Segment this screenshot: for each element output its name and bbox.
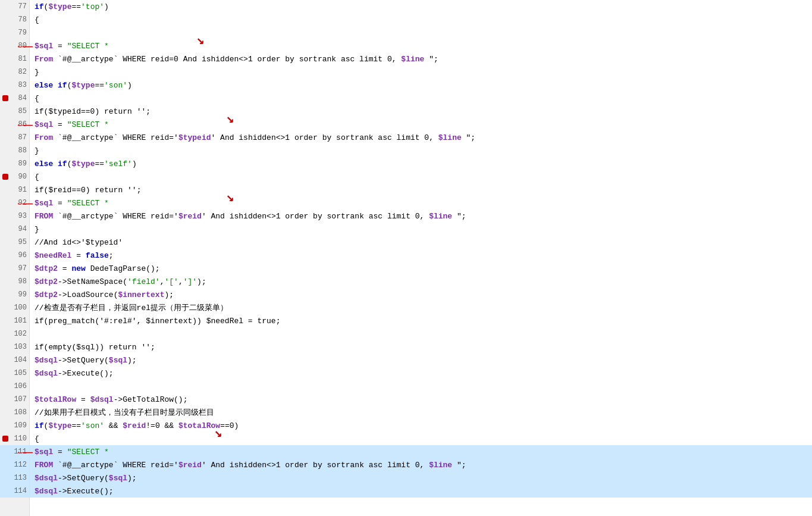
code-line: //检查是否有子栏目，并返回rel提示（用于二级菜单） (30, 301, 812, 314)
line-number-row: 92 (0, 196, 29, 209)
line-number: 93 (11, 209, 29, 223)
line-number-row: 100 (0, 301, 29, 314)
line-number-row: 114 (0, 484, 29, 498)
line-number: 100 (11, 301, 29, 314)
line-number: 103 (11, 340, 29, 354)
code-line: FROM `#@__arctype` WHERE reid='$reid' An… (30, 209, 812, 223)
code-line (30, 380, 812, 393)
breakpoint-area[interactable] (0, 436, 11, 442)
line-number: 102 (11, 327, 29, 340)
line-number: 89 (11, 157, 29, 170)
code-line (30, 26, 812, 39)
code-line: $dsql->SetQuery($sql); (30, 354, 812, 367)
breakpoint-dot (2, 95, 8, 101)
code-line: $dsql->SetQuery($sql); (30, 471, 812, 484)
line-number-row: 86 (0, 118, 29, 131)
line-number: 105 (11, 367, 29, 380)
line-number: 88 (11, 144, 29, 157)
line-number-row: 110 (0, 432, 29, 445)
line-number-row: 85 (0, 105, 29, 118)
line-number: 83 (11, 79, 29, 92)
line-number-row: 93 (0, 209, 29, 223)
code-line: } (30, 144, 812, 157)
line-numbers: 7778798081828384858687888990919293949596… (0, 0, 30, 516)
code-line: $dsql->Execute(); (30, 367, 812, 380)
line-number-row: 81 (0, 52, 29, 65)
line-number-row: 97 (0, 262, 29, 275)
code-area: if($type=='top') { $sql = "SELECT * From… (30, 0, 812, 516)
code-line: } (30, 223, 812, 236)
line-number-row: 108 (0, 406, 29, 419)
code-line: From `#@__arctype` WHERE reid=0 And ishi… (30, 52, 812, 65)
code-line: { (30, 170, 812, 183)
line-number-row: 94 (0, 223, 29, 236)
code-line: FROM `#@__arctype` WHERE reid='$reid' An… (30, 458, 812, 471)
code-line: From `#@__arctype` WHERE reid='$typeid' … (30, 131, 812, 144)
code-line: if(preg_match('#:rel#', $innertext)) $ne… (30, 314, 812, 327)
line-number-row: 102 (0, 327, 29, 340)
code-line: //And id<>'$typeid' (30, 236, 812, 249)
line-number: 99 (11, 288, 29, 301)
line-number: 84 (11, 92, 29, 105)
breakpoint-area[interactable] (0, 174, 11, 180)
code-line: if(empty($sql)) return ''; (30, 340, 812, 354)
line-number: 106 (11, 380, 29, 393)
line-number-row: 113 (0, 471, 29, 484)
line-number-row: 77 (0, 0, 29, 13)
line-number-row: 80 (0, 39, 29, 52)
line-number: 81 (11, 52, 29, 65)
code-line: if($type=='son' && $reid!=0 && $totalRow… (30, 419, 812, 432)
line-number: 86 (11, 118, 29, 131)
line-number-row: 79 (0, 26, 29, 39)
code-line: else if($type=='son') (30, 79, 812, 92)
line-number: 108 (11, 406, 29, 419)
line-number: 104 (11, 354, 29, 367)
line-number: 91 (11, 183, 29, 196)
line-number-row: 95 (0, 236, 29, 249)
line-number-row: 109 (0, 419, 29, 432)
line-number: 98 (11, 275, 29, 288)
line-number: 90 (11, 170, 29, 183)
code-line: { (30, 432, 812, 445)
code-line: $sql = "SELECT * (30, 118, 812, 131)
code-line: $dtp2->LoadSource($innertext); (30, 288, 812, 301)
line-number-row: 91 (0, 183, 29, 196)
line-number: 113 (11, 471, 29, 484)
line-number: 77 (11, 0, 29, 13)
line-number-row: 103 (0, 340, 29, 354)
code-line: } (30, 65, 812, 79)
line-number-row: 104 (0, 354, 29, 367)
line-number: 85 (11, 105, 29, 118)
line-number-row: 105 (0, 367, 29, 380)
breakpoint-area[interactable] (0, 95, 11, 101)
code-line: $needRel = false; (30, 249, 812, 262)
line-number-row: 82 (0, 65, 29, 79)
line-number-row: 96 (0, 249, 29, 262)
line-number-row: 99 (0, 288, 29, 301)
line-number-row: 89 (0, 157, 29, 170)
code-line (30, 327, 812, 340)
line-number: 111 (11, 445, 29, 458)
line-number-row: 84 (0, 92, 29, 105)
line-number: 107 (11, 393, 29, 406)
line-number: 87 (11, 131, 29, 144)
line-number-row: 98 (0, 275, 29, 288)
code-line: if($type=='top') (30, 0, 812, 13)
line-number: 96 (11, 249, 29, 262)
code-line: //如果用子栏目模式，当没有子栏目时显示同级栏目 (30, 406, 812, 419)
line-number-row: 107 (0, 393, 29, 406)
breakpoint-dot (2, 174, 8, 180)
line-number-row: 101 (0, 314, 29, 327)
line-number: 78 (11, 13, 29, 26)
code-line: $sql = "SELECT * (30, 445, 812, 458)
line-number: 94 (11, 223, 29, 236)
code-line: { (30, 92, 812, 105)
line-number: 110 (11, 432, 29, 445)
code-line: $sql = "SELECT * (30, 39, 812, 52)
line-number: 109 (11, 419, 29, 432)
line-number-row: 78 (0, 13, 29, 26)
line-number-row: 88 (0, 144, 29, 157)
line-number-row: 112 (0, 458, 29, 471)
line-number: 80 (11, 39, 29, 52)
code-line: $sql = "SELECT * (30, 196, 812, 209)
